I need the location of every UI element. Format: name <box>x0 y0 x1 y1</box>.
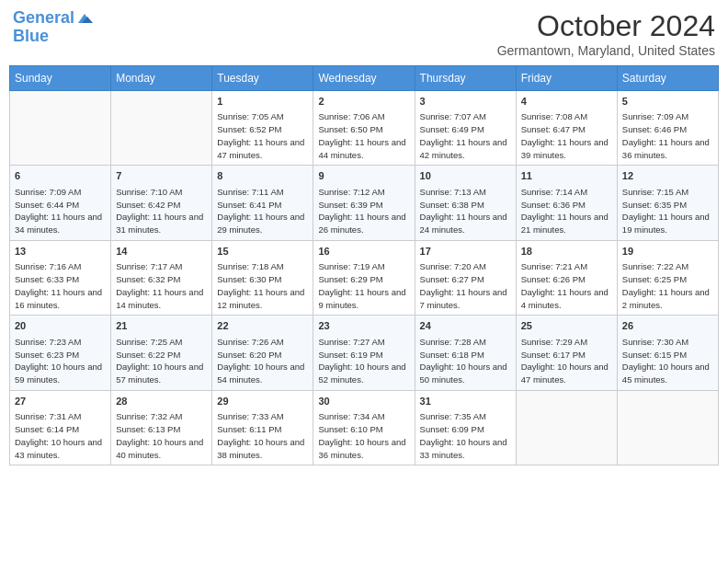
calendar-cell: 28Sunrise: 7:32 AM Sunset: 6:13 PM Dayli… <box>111 390 212 465</box>
day-number: 29 <box>217 395 308 408</box>
week-row-2: 6Sunrise: 7:09 AM Sunset: 6:44 PM Daylig… <box>10 166 719 240</box>
calendar-cell: 22Sunrise: 7:26 AM Sunset: 6:20 PM Dayli… <box>212 316 313 390</box>
calendar-cell: 18Sunrise: 7:21 AM Sunset: 6:26 PM Dayli… <box>516 240 617 315</box>
location: Germantown, Maryland, United States <box>497 43 715 58</box>
day-detail: Sunrise: 7:26 AM Sunset: 6:20 PM Dayligh… <box>217 336 308 386</box>
calendar-cell: 6Sunrise: 7:09 AM Sunset: 6:44 PM Daylig… <box>10 166 111 240</box>
day-detail: Sunrise: 7:30 AM Sunset: 6:15 PM Dayligh… <box>622 336 713 386</box>
day-number: 26 <box>622 319 713 333</box>
day-detail: Sunrise: 7:05 AM Sunset: 6:52 PM Dayligh… <box>217 110 308 161</box>
day-number: 9 <box>318 169 409 183</box>
column-header-monday: Monday <box>111 66 212 91</box>
day-number: 8 <box>217 169 308 183</box>
day-number: 27 <box>15 395 106 408</box>
day-detail: Sunrise: 7:12 AM Sunset: 6:39 PM Dayligh… <box>318 186 409 236</box>
day-detail: Sunrise: 7:25 AM Sunset: 6:22 PM Dayligh… <box>116 336 207 386</box>
day-number: 7 <box>116 169 207 183</box>
day-detail: Sunrise: 7:32 AM Sunset: 6:13 PM Dayligh… <box>116 410 207 461</box>
column-header-saturday: Saturday <box>617 66 718 91</box>
calendar-cell: 24Sunrise: 7:28 AM Sunset: 6:18 PM Dayli… <box>415 316 516 390</box>
day-detail: Sunrise: 7:10 AM Sunset: 6:42 PM Dayligh… <box>116 186 207 236</box>
column-header-friday: Friday <box>516 66 617 91</box>
day-number: 5 <box>622 95 713 109</box>
day-number: 22 <box>217 319 308 333</box>
day-detail: Sunrise: 7:23 AM Sunset: 6:23 PM Dayligh… <box>15 336 106 386</box>
calendar-cell: 1Sunrise: 7:05 AM Sunset: 6:52 PM Daylig… <box>212 91 313 166</box>
column-header-tuesday: Tuesday <box>212 66 313 91</box>
day-detail: Sunrise: 7:27 AM Sunset: 6:19 PM Dayligh… <box>318 336 409 386</box>
day-detail: Sunrise: 7:16 AM Sunset: 6:33 PM Dayligh… <box>15 260 106 311</box>
day-number: 20 <box>15 319 106 333</box>
calendar-cell: 9Sunrise: 7:12 AM Sunset: 6:39 PM Daylig… <box>313 166 415 240</box>
day-number: 25 <box>521 319 612 333</box>
day-number: 23 <box>318 319 409 333</box>
day-number: 10 <box>420 169 511 183</box>
calendar-cell: 13Sunrise: 7:16 AM Sunset: 6:33 PM Dayli… <box>10 240 111 315</box>
day-number: 16 <box>318 245 409 259</box>
calendar-cell: 5Sunrise: 7:09 AM Sunset: 6:46 PM Daylig… <box>617 91 718 166</box>
calendar-cell: 30Sunrise: 7:34 AM Sunset: 6:10 PM Dayli… <box>313 390 415 465</box>
calendar-cell: 12Sunrise: 7:15 AM Sunset: 6:35 PM Dayli… <box>617 166 718 240</box>
day-detail: Sunrise: 7:11 AM Sunset: 6:41 PM Dayligh… <box>217 186 308 236</box>
calendar-header-row: SundayMondayTuesdayWednesdayThursdayFrid… <box>10 66 719 91</box>
calendar-cell: 27Sunrise: 7:31 AM Sunset: 6:14 PM Dayli… <box>10 390 111 465</box>
title-area: October 2024 Germantown, Maryland, Unite… <box>497 9 715 58</box>
day-number: 14 <box>116 245 207 259</box>
day-number: 13 <box>15 245 106 259</box>
day-number: 1 <box>217 95 308 109</box>
day-detail: Sunrise: 7:29 AM Sunset: 6:17 PM Dayligh… <box>521 336 612 386</box>
calendar-cell: 2Sunrise: 7:06 AM Sunset: 6:50 PM Daylig… <box>313 91 415 166</box>
day-number: 11 <box>521 169 612 183</box>
column-header-wednesday: Wednesday <box>313 66 415 91</box>
week-row-5: 27Sunrise: 7:31 AM Sunset: 6:14 PM Dayli… <box>10 390 719 465</box>
page-header: General Blue October 2024 Germantown, Ma… <box>9 9 719 58</box>
day-detail: Sunrise: 7:31 AM Sunset: 6:14 PM Dayligh… <box>15 410 106 461</box>
day-detail: Sunrise: 7:17 AM Sunset: 6:32 PM Dayligh… <box>116 260 207 311</box>
logo: General Blue <box>13 9 93 46</box>
calendar-cell <box>617 390 718 465</box>
calendar-cell: 25Sunrise: 7:29 AM Sunset: 6:17 PM Dayli… <box>516 316 617 390</box>
day-detail: Sunrise: 7:09 AM Sunset: 6:46 PM Dayligh… <box>622 110 713 161</box>
column-header-sunday: Sunday <box>10 66 111 91</box>
calendar-cell: 21Sunrise: 7:25 AM Sunset: 6:22 PM Dayli… <box>111 316 212 390</box>
day-detail: Sunrise: 7:34 AM Sunset: 6:10 PM Dayligh… <box>318 410 409 461</box>
calendar-cell <box>10 91 111 166</box>
column-header-thursday: Thursday <box>415 66 516 91</box>
calendar-cell: 14Sunrise: 7:17 AM Sunset: 6:32 PM Dayli… <box>111 240 212 315</box>
calendar-cell <box>516 390 617 465</box>
day-detail: Sunrise: 7:33 AM Sunset: 6:11 PM Dayligh… <box>217 410 308 461</box>
day-detail: Sunrise: 7:08 AM Sunset: 6:47 PM Dayligh… <box>521 110 612 161</box>
day-number: 17 <box>420 245 511 259</box>
month-title: October 2024 <box>497 9 715 43</box>
day-number: 19 <box>622 245 713 259</box>
day-detail: Sunrise: 7:20 AM Sunset: 6:27 PM Dayligh… <box>420 260 511 311</box>
day-number: 24 <box>420 319 511 333</box>
day-detail: Sunrise: 7:15 AM Sunset: 6:35 PM Dayligh… <box>622 186 713 236</box>
calendar-cell: 16Sunrise: 7:19 AM Sunset: 6:29 PM Dayli… <box>313 240 415 315</box>
day-number: 18 <box>521 245 612 259</box>
day-number: 31 <box>420 395 511 408</box>
day-detail: Sunrise: 7:07 AM Sunset: 6:49 PM Dayligh… <box>420 110 511 161</box>
calendar-cell: 15Sunrise: 7:18 AM Sunset: 6:30 PM Dayli… <box>212 240 313 315</box>
day-detail: Sunrise: 7:28 AM Sunset: 6:18 PM Dayligh… <box>420 336 511 386</box>
day-detail: Sunrise: 7:09 AM Sunset: 6:44 PM Dayligh… <box>15 186 106 236</box>
day-detail: Sunrise: 7:06 AM Sunset: 6:50 PM Dayligh… <box>318 110 409 161</box>
week-row-1: 1Sunrise: 7:05 AM Sunset: 6:52 PM Daylig… <box>10 91 719 166</box>
calendar-table: SundayMondayTuesdayWednesdayThursdayFrid… <box>9 65 719 465</box>
day-number: 15 <box>217 245 308 259</box>
day-detail: Sunrise: 7:19 AM Sunset: 6:29 PM Dayligh… <box>318 260 409 311</box>
week-row-4: 20Sunrise: 7:23 AM Sunset: 6:23 PM Dayli… <box>10 316 719 390</box>
day-detail: Sunrise: 7:13 AM Sunset: 6:38 PM Dayligh… <box>420 186 511 236</box>
calendar-cell: 7Sunrise: 7:10 AM Sunset: 6:42 PM Daylig… <box>111 166 212 240</box>
day-number: 30 <box>318 395 409 408</box>
day-number: 28 <box>116 395 207 408</box>
day-number: 6 <box>15 169 106 183</box>
calendar-cell: 10Sunrise: 7:13 AM Sunset: 6:38 PM Dayli… <box>415 166 516 240</box>
calendar-cell: 8Sunrise: 7:11 AM Sunset: 6:41 PM Daylig… <box>212 166 313 240</box>
day-detail: Sunrise: 7:21 AM Sunset: 6:26 PM Dayligh… <box>521 260 612 311</box>
day-number: 4 <box>521 95 612 109</box>
calendar-cell: 29Sunrise: 7:33 AM Sunset: 6:11 PM Dayli… <box>212 390 313 465</box>
calendar-cell <box>111 91 212 166</box>
day-detail: Sunrise: 7:18 AM Sunset: 6:30 PM Dayligh… <box>217 260 308 311</box>
day-number: 3 <box>420 95 511 109</box>
